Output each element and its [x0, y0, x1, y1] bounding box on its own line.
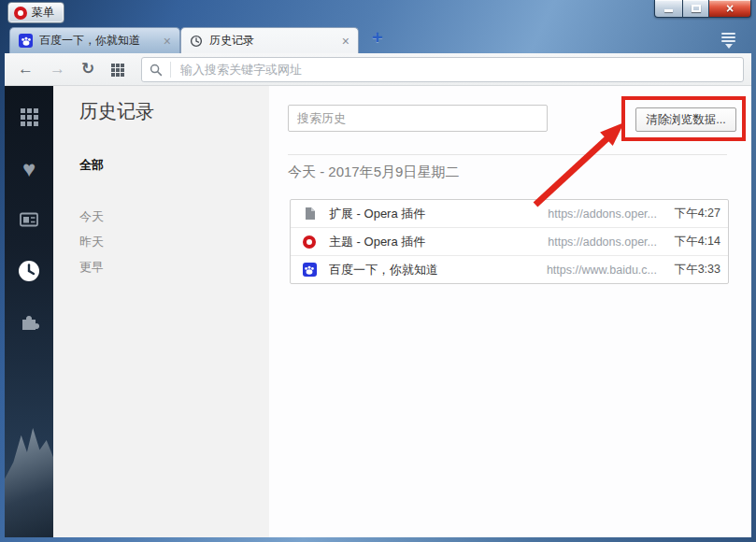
history-main: 清除浏览数据... 今天 - 2017年5月9日星期二 扩展 - Opera 插…: [269, 86, 751, 537]
history-title: 百度一下，你就知道: [329, 262, 547, 278]
tab-close-icon[interactable]: ×: [164, 35, 171, 48]
address-bar[interactable]: [141, 57, 744, 82]
history-title: 扩展 - Opera 插件: [329, 206, 548, 222]
close-icon: ×: [726, 2, 734, 15]
sidebar-news-icon[interactable]: [5, 211, 53, 228]
sidebar-extensions-puzzle-icon[interactable]: [5, 312, 53, 333]
history-url: https://www.baidu.c...: [547, 264, 657, 277]
divider: [170, 62, 171, 78]
nav-item-earlier[interactable]: 更早: [79, 259, 104, 276]
wallpaper-mountain: [5, 416, 53, 537]
close-window-button[interactable]: ×: [708, 0, 751, 18]
browser-toolbar: ← → ↻: [5, 53, 751, 86]
sidebar-bookmarks-heart-icon[interactable]: ♥: [5, 159, 53, 179]
tab-history[interactable]: 历史记录 ×: [180, 27, 359, 53]
page-content: ♥ 历史记录 全部 今天 昨天 更早 清除浏览数据... 今天 - 2017年5…: [5, 86, 751, 537]
history-title: 主题 - Opera 插件: [329, 234, 548, 250]
speed-dial-button[interactable]: [111, 64, 124, 77]
divider: [288, 154, 727, 155]
tab-label: 历史记录: [209, 33, 335, 49]
maximize-button[interactable]: [683, 0, 708, 18]
address-input[interactable]: [178, 62, 735, 78]
forward-button[interactable]: →: [50, 59, 65, 79]
history-url: https://addons.oper...: [548, 235, 657, 249]
sidebar-history-clock-icon[interactable]: [5, 260, 53, 282]
history-time: 下午3:33: [670, 262, 720, 278]
document-icon: [302, 207, 317, 221]
nav-item-all[interactable]: 全部: [79, 157, 104, 174]
nav-item-today[interactable]: 今天: [79, 208, 104, 225]
page-title: 历史记录: [79, 99, 154, 124]
minimize-button[interactable]: [654, 0, 683, 18]
history-row[interactable]: 扩展 - Opera 插件 https://addons.oper... 下午4…: [291, 200, 728, 227]
new-tab-button[interactable]: +: [372, 28, 383, 47]
nav-item-yesterday[interactable]: 昨天: [79, 234, 104, 250]
baidu-favicon-icon: [19, 34, 33, 48]
history-row[interactable]: 百度一下，你就知道 https://www.baidu.c... 下午3:33: [291, 255, 728, 283]
maximize-icon: [692, 5, 701, 12]
tab-baidu[interactable]: 百度一下，你就知道 ×: [9, 27, 180, 53]
history-side-panel: 历史记录 全部 今天 昨天 更早: [53, 86, 269, 537]
tab-menu-icon: [721, 33, 735, 35]
history-search-input[interactable]: [288, 105, 548, 132]
chevron-down-icon: [725, 44, 733, 49]
tab-label: 百度一下，你就知道: [39, 33, 157, 49]
tab-close-icon[interactable]: ×: [342, 35, 349, 48]
sidebar-speed-dial-icon[interactable]: [5, 108, 53, 126]
opera-logo-icon: [302, 235, 317, 250]
opera-menu-button[interactable]: 菜单: [7, 2, 64, 23]
history-time: 下午4:14: [670, 234, 720, 250]
opera-browser-window: { "window": { "menu_label": "菜单" }, "ico…: [0, 0, 756, 542]
back-button[interactable]: ←: [18, 59, 34, 79]
history-url: https://addons.oper...: [548, 207, 657, 221]
history-row[interactable]: 主题 - Opera 插件 https://addons.oper... 下午4…: [291, 227, 728, 255]
baidu-favicon-icon: [302, 263, 317, 278]
opera-logo-icon: [14, 7, 27, 20]
sidebar-rail: ♥: [5, 86, 53, 537]
history-time: 下午4:27: [670, 206, 720, 221]
menu-label: 菜单: [32, 5, 54, 21]
clear-browsing-data-button[interactable]: 清除浏览数据...: [635, 107, 736, 132]
window-controls: ×: [654, 0, 751, 18]
clock-icon: [190, 35, 203, 48]
reload-button[interactable]: ↻: [81, 59, 94, 79]
history-section-header: 今天 - 2017年5月9日星期二: [288, 164, 459, 181]
tab-menu-button[interactable]: [721, 33, 735, 49]
search-icon: [150, 64, 163, 77]
history-list: 扩展 - Opera 插件 https://addons.oper... 下午4…: [290, 199, 729, 284]
minimize-icon: [664, 9, 673, 12]
